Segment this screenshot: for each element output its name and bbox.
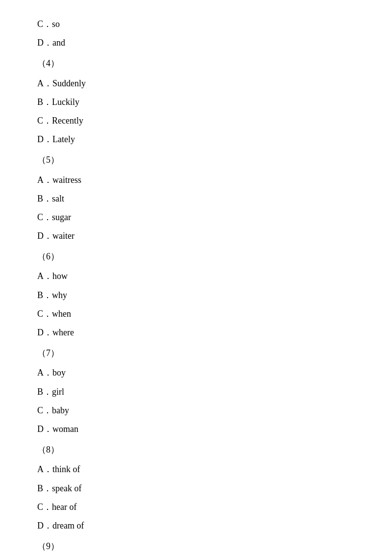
c-so-line: C．so [37,15,355,33]
d-woman-line: D．woman [37,420,355,438]
d-dream-of-line: D．dream of [37,516,355,535]
c-baby-line: C．baby [37,401,355,420]
d-lately-line: D．Lately [37,130,355,149]
a-boy-line: A．boy [37,363,355,382]
a-waitress-line: A．waitress [37,171,355,189]
label-9-line: （9） [37,537,355,555]
d-waiter-line: D．waiter [37,227,355,245]
d-and-line: D．and [37,33,355,52]
c-hear-of-line: C．hear of [37,498,355,516]
c-when-line: C．when [37,304,355,323]
a-how-line: A．how [37,267,355,285]
label-6-line: （6） [37,247,355,266]
c-recently-line: C．Recently [37,111,355,130]
label-7-line: （7） [37,344,355,362]
c-sugar-line: C．sugar [37,208,355,227]
b-girl-line: B．girl [37,382,355,401]
d-where-line: D．where [37,323,355,342]
b-speak-of-line: B．speak of [37,479,355,498]
a-think-of-line: A．think of [37,460,355,479]
label-4-line: （4） [37,54,355,73]
main-content: C．so D．and （4） A．Suddenly B．Luckily C．Re… [0,0,392,555]
b-salt-line: B．salt [37,189,355,208]
label-8-line: （8） [37,440,355,459]
a-suddenly-line: A．Suddenly [37,74,355,93]
b-luckily-line: B．Luckily [37,93,355,111]
label-5-line: （5） [37,151,355,169]
b-why-line: B．why [37,286,355,304]
